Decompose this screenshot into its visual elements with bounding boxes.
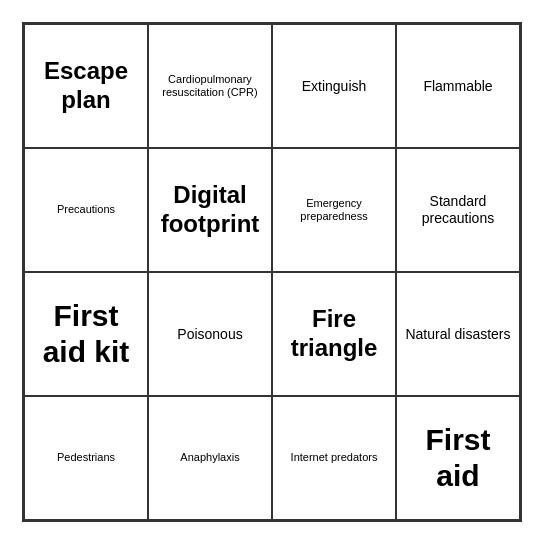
bingo-cell-7: Standard precautions [396,148,520,272]
bingo-cell-5: Digital footprint [148,148,272,272]
cell-text-3: Flammable [423,78,492,95]
cell-text-15: First aid [403,422,513,494]
cell-text-5: Digital footprint [155,181,265,239]
bingo-cell-14: Internet predators [272,396,396,520]
cell-text-12: Pedestrians [57,451,115,464]
cell-text-14: Internet predators [291,451,378,464]
cell-text-11: Natural disasters [405,326,510,343]
cell-text-0: Escape plan [31,57,141,115]
cell-text-13: Anaphylaxis [180,451,239,464]
bingo-cell-8: First aid kit [24,272,148,396]
bingo-cell-9: Poisonous [148,272,272,396]
cell-text-4: Precautions [57,203,115,216]
bingo-cell-1: Cardiopulmonary resuscitation (CPR) [148,24,272,148]
bingo-cell-12: Pedestrians [24,396,148,520]
bingo-cell-6: Emergency preparedness [272,148,396,272]
bingo-cell-4: Precautions [24,148,148,272]
cell-text-2: Extinguish [302,78,367,95]
bingo-cell-15: First aid [396,396,520,520]
bingo-cell-3: Flammable [396,24,520,148]
cell-text-10: Fire triangle [279,305,389,363]
bingo-cell-0: Escape plan [24,24,148,148]
cell-text-8: First aid kit [31,298,141,370]
cell-text-9: Poisonous [177,326,242,343]
bingo-cell-2: Extinguish [272,24,396,148]
bingo-cell-10: Fire triangle [272,272,396,396]
cell-text-6: Emergency preparedness [279,197,389,223]
cell-text-1: Cardiopulmonary resuscitation (CPR) [155,73,265,99]
bingo-cell-11: Natural disasters [396,272,520,396]
bingo-cell-13: Anaphylaxis [148,396,272,520]
cell-text-7: Standard precautions [403,193,513,227]
bingo-board: Escape planCardiopulmonary resuscitation… [22,22,522,522]
